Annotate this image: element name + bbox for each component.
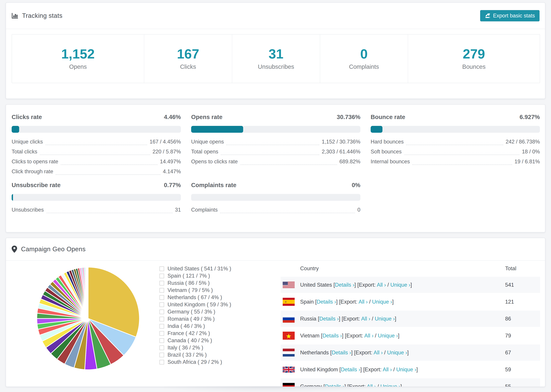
rate-stat-value: 4.147% — [163, 168, 181, 175]
country-name: United Kingdom — [300, 366, 338, 372]
legend-label: Netherlands ( 67 / 4% ) — [168, 294, 222, 301]
bracket-text: ] [Export: — [360, 366, 383, 372]
legend-label: United States ( 541 / 31% ) — [168, 266, 231, 272]
bracket-text: ] — [407, 350, 409, 356]
country-flag-icon-nl — [283, 349, 295, 357]
export-all-link[interactable]: All › — [361, 316, 370, 322]
rate-stat-row: Total opens 2,303 / 61.446% — [191, 147, 360, 157]
bracket-text: ] [Export: — [351, 350, 374, 356]
export-button-label: Export basic stats — [493, 13, 535, 19]
rate-stat-row: Clicks to opens rate 14.497% — [12, 157, 181, 167]
rate-stat-value: 689.82% — [339, 159, 360, 165]
rate-percent: 30.736% — [337, 113, 360, 120]
details-link[interactable]: Details › — [317, 299, 336, 305]
export-all-link[interactable]: All › — [374, 350, 383, 356]
dotted-leader — [46, 207, 173, 213]
bracket-text: ] [Export: — [354, 282, 377, 288]
stat-box-complaints: 0 Complaints — [320, 35, 408, 83]
stat-boxes-row: 1,152 Opens167 Clicks31 Unsubscribes0 Co… — [12, 34, 540, 83]
legend-item-united-kingdom: United Kingdom ( 59 / 3% ) — [160, 301, 231, 308]
rate-stat-row: Total clicks 220 / 5.87% — [12, 147, 181, 157]
country-name: Vietnam — [300, 333, 319, 339]
legend-item-netherlands: Netherlands ( 67 / 4% ) — [160, 294, 231, 301]
rate-stat-label: Opens to clicks rate — [191, 159, 238, 165]
bracket-text: ] — [395, 316, 396, 322]
details-link[interactable]: Details › — [332, 350, 351, 356]
export-all-link[interactable]: All › — [364, 333, 373, 339]
rate-progress-track — [12, 194, 181, 201]
geo-legend: United States ( 541 / 31% ) Spain ( 121 … — [160, 265, 231, 366]
legend-swatch — [160, 324, 164, 329]
details-link[interactable]: Details › — [319, 316, 339, 322]
legend-swatch — [160, 331, 164, 336]
export-unique-link[interactable]: Unique › — [372, 299, 392, 305]
rate-stat-row: Click through rate 4.147% — [12, 167, 181, 176]
export-unique-link[interactable]: Unique › — [378, 333, 398, 339]
details-link[interactable]: Details › — [341, 366, 360, 372]
export-all-link[interactable]: All › — [377, 282, 386, 288]
row-total: 67 — [505, 350, 511, 356]
rate-percent: 6.927% — [520, 113, 540, 120]
rate-block-clicks-rate: Clicks rate 4.46% Unique clicks 167 / 4.… — [12, 113, 181, 176]
rate-block-bounce-rate: Bounce rate 6.927% Hard bounces 242 / 86… — [371, 113, 540, 167]
dotted-leader — [61, 158, 157, 165]
geo-table: Country Total United States [Details ›] … — [281, 260, 540, 387]
rate-stat-value: 242 / 86.738% — [506, 139, 540, 145]
bracket-text: ] — [416, 366, 418, 372]
stat-box-clicks: 167 Clicks — [144, 35, 232, 83]
details-link[interactable]: Details › — [322, 333, 342, 339]
legend-swatch — [160, 295, 164, 300]
legend-swatch — [160, 338, 164, 343]
legend-item-romania: Romania ( 49 / 3% ) — [160, 315, 231, 322]
rate-header: Opens rate 30.736% — [191, 113, 360, 120]
export-unique-link[interactable]: Unique › — [375, 316, 395, 322]
details-link[interactable]: Details › — [335, 282, 354, 288]
legend-swatch — [160, 302, 164, 307]
bracket-text: [ — [318, 316, 319, 322]
export-all-link[interactable]: All › — [383, 366, 392, 372]
rate-header: Complaints rate 0% — [191, 182, 360, 189]
legend-label: France ( 42 / 2% ) — [168, 330, 210, 336]
stat-label: Clicks — [180, 63, 196, 70]
rate-stat-value: 14.497% — [160, 159, 181, 165]
rate-stat-value: 19 / 6.81% — [515, 159, 540, 165]
bracket-text: [ — [339, 366, 341, 372]
rate-stat-value: 0 — [357, 207, 360, 213]
stat-label: Unsubscribes — [258, 63, 294, 70]
country-name: Russia — [300, 316, 316, 322]
table-row-de: Germany [Details ›] [Export: All › / Uni… — [281, 378, 540, 387]
export-basic-stats-button[interactable]: Export basic stats — [480, 10, 540, 21]
tracking-stats-title: Tracking stats — [22, 12, 63, 19]
legend-swatch — [160, 317, 164, 321]
legend-item-canada: Canada ( 40 / 2% ) — [160, 337, 231, 344]
bracket-text: / — [376, 384, 380, 387]
rate-percent: 0.77% — [164, 182, 181, 189]
rate-stat-label: Internal bounces — [371, 159, 410, 165]
tracking-stats-card: Tracking stats Export basic stats 1,152 … — [6, 2, 545, 99]
bracket-text: ] [Export: — [339, 316, 361, 322]
rate-stat-row: Hard bounces 242 / 86.738% — [371, 137, 540, 147]
rate-stat-row: Complaints 0 — [191, 205, 360, 215]
dotted-leader — [45, 139, 147, 145]
stat-value: 31 — [269, 47, 283, 61]
export-all-link[interactable]: All › — [359, 299, 367, 305]
rate-stat-value: 2,303 / 61.446% — [322, 149, 360, 155]
dotted-leader — [406, 139, 503, 145]
table-header-country: Country — [300, 266, 319, 272]
table-row-ru: Russia [Details ›] [Export: All › / Uniq… — [281, 311, 540, 327]
rate-stat-value: 220 / 5.87% — [153, 149, 181, 155]
dotted-leader — [226, 139, 319, 145]
export-unique-link[interactable]: Unique › — [380, 384, 400, 387]
rate-stat-label: Hard bounces — [371, 139, 404, 145]
rate-block-unsubscribe-rate: Unsubscribe rate 0.77% Unsubscribes 31 — [12, 182, 181, 215]
export-unique-link[interactable]: Unique › — [390, 282, 410, 288]
export-unique-link[interactable]: Unique › — [387, 350, 407, 356]
rate-title: Complaints rate — [191, 182, 236, 189]
rate-header: Bounce rate 6.927% — [371, 113, 540, 120]
export-unique-link[interactable]: Unique › — [396, 366, 416, 372]
country-flag-icon-ru — [283, 315, 295, 323]
rate-progress-track — [191, 194, 360, 201]
rate-stat-label: Unique clicks — [12, 139, 43, 145]
legend-item-india: India ( 46 / 3% ) — [160, 322, 231, 330]
bracket-text: ] — [400, 384, 402, 387]
